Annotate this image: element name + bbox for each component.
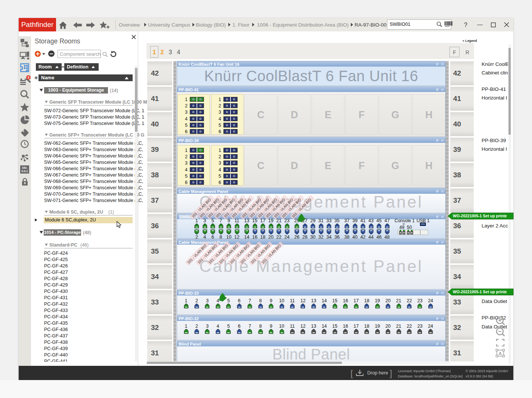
svg-text:192.: 192. — [22, 166, 28, 169]
svg-text:A: A — [499, 351, 502, 356]
svg-text:0.0.1: 0.0.1 — [22, 169, 28, 173]
